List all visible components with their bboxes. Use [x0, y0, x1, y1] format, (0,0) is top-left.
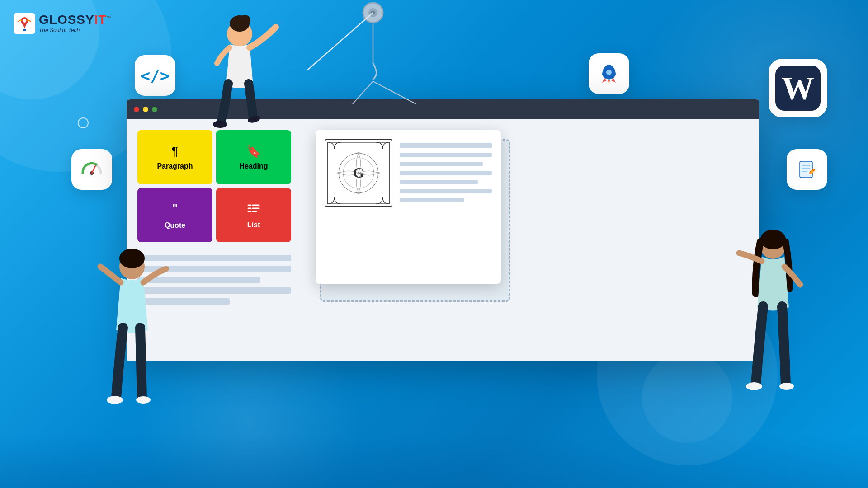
wordpress-icon-button: W [769, 59, 827, 117]
content-lines [137, 255, 291, 305]
block-quote[interactable]: " Quote [137, 188, 212, 242]
list-icon [247, 202, 260, 217]
wordpress-bg: W [775, 66, 821, 111]
content-line-4 [137, 287, 291, 294]
svg-rect-4 [23, 29, 26, 31]
svg-point-43 [136, 396, 151, 404]
bottom-wave [0, 434, 868, 488]
browser-dot-red [134, 107, 139, 112]
document-edit-icon [796, 159, 818, 180]
svg-point-28 [363, 3, 383, 23]
content-line-5 [137, 298, 230, 305]
logo-brand: GLOSSYIT™ [39, 14, 112, 26]
doc-card: G [316, 130, 501, 284]
doc-line-6 [400, 189, 492, 193]
svg-line-7 [92, 166, 95, 173]
code-icon-button: </> [135, 55, 175, 96]
brand-it: IT [94, 13, 107, 27]
code-brackets-icon: </> [140, 66, 170, 85]
content-line-3 [137, 277, 260, 283]
rocket-icon [598, 62, 620, 85]
svg-point-42 [107, 396, 123, 404]
svg-point-46 [746, 382, 762, 390]
svg-line-31 [307, 13, 373, 70]
quote-icon: " [172, 201, 177, 218]
content-line-1 [137, 255, 291, 261]
logo-tagline: The Soul of Tech [39, 27, 112, 33]
doc-line-3 [400, 162, 483, 166]
brand-glossy: GLOSSY [39, 13, 94, 27]
doc-line-7 [400, 198, 464, 202]
editor-panel: ¶ Paragraph 🔖 Heading " Quote [137, 130, 291, 351]
svg-point-2 [23, 19, 26, 23]
svg-text:G: G [353, 165, 364, 181]
list-label: List [247, 221, 260, 229]
deco-circle-small [78, 117, 89, 128]
emblem-svg: G [326, 139, 392, 207]
svg-point-47 [779, 383, 794, 390]
svg-point-8 [91, 172, 93, 174]
svg-point-25 [377, 172, 380, 174]
svg-point-26 [357, 192, 360, 194]
wordpress-letter: W [782, 70, 814, 107]
doc-lines [400, 139, 492, 275]
rocket-icon-button [589, 53, 629, 94]
browser-bar [127, 99, 760, 119]
svg-point-45 [760, 230, 786, 249]
svg-rect-9 [800, 161, 812, 178]
quote-label: Quote [165, 221, 185, 230]
svg-point-24 [357, 152, 360, 155]
speedometer-icon [79, 157, 104, 182]
svg-point-29 [368, 8, 377, 17]
paragraph-label: Paragraph [157, 162, 193, 170]
doc-line-4 [400, 171, 492, 175]
heading-label: Heading [239, 162, 268, 170]
logo-icon [14, 13, 35, 34]
block-paragraph[interactable]: ¶ Paragraph [137, 130, 212, 184]
browser-content: ¶ Paragraph 🔖 Heading " Quote [127, 119, 760, 361]
speedometer-icon-button [71, 149, 112, 190]
doc-line-2 [400, 153, 492, 157]
svg-point-30 [371, 11, 375, 14]
doc-line-1 [400, 143, 492, 148]
block-grid: ¶ Paragraph 🔖 Heading " Quote [137, 130, 291, 242]
bg-circle-2 [642, 352, 732, 443]
doc-emblem: G [325, 139, 392, 207]
svg-point-35 [227, 21, 252, 47]
svg-point-27 [337, 172, 340, 174]
block-heading[interactable]: 🔖 Heading [216, 130, 291, 184]
logo-text-area: GLOSSYIT™ The Soul of Tech [39, 14, 112, 33]
heading-icon: 🔖 [246, 145, 261, 159]
logo-area: GLOSSYIT™ The Soul of Tech [14, 13, 112, 34]
block-list[interactable]: List [216, 188, 291, 242]
brand-tm: ™ [107, 15, 112, 20]
svg-point-44 [760, 234, 786, 259]
browser-dot-yellow [143, 107, 148, 112]
content-line-2 [137, 266, 291, 272]
browser-dot-green [152, 107, 157, 112]
svg-point-5 [606, 70, 612, 75]
paragraph-icon: ¶ [171, 144, 178, 159]
doc-line-5 [400, 180, 478, 184]
svg-point-36 [230, 15, 250, 32]
browser-window: ¶ Paragraph 🔖 Heading " Quote [127, 99, 760, 361]
document-panel: G [302, 130, 749, 351]
document-edit-icon-button [787, 149, 827, 190]
svg-point-37 [240, 15, 250, 26]
